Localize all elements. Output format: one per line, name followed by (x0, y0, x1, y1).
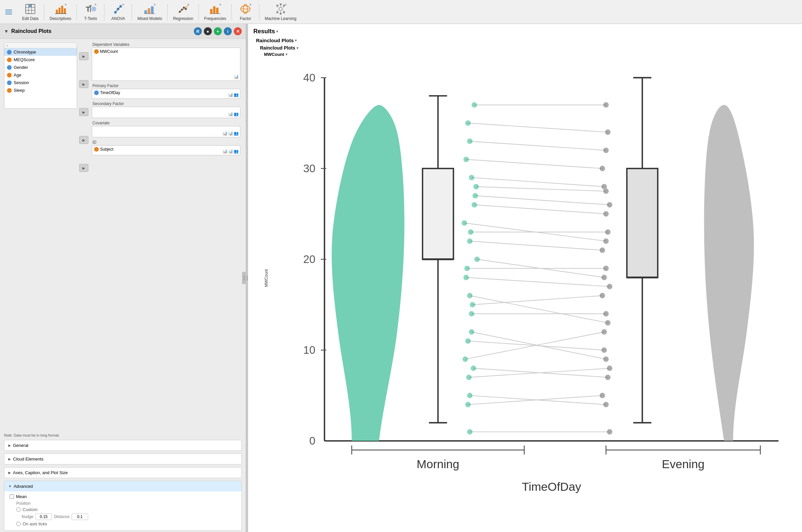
dependent-vars-box[interactable]: MWCount 📊 (92, 48, 241, 81)
section2-arrow[interactable]: ▾ (297, 46, 298, 50)
primary-factor-box[interactable]: TimeOfDay 📊 👥 (92, 89, 241, 99)
cov-icon1[interactable]: 📊 (223, 131, 227, 136)
mean-checkbox[interactable] (9, 494, 14, 499)
prim-icon2[interactable]: 👥 (234, 92, 239, 97)
sec-icon2[interactable]: 👥 (234, 112, 239, 116)
on-axis-radio[interactable] (16, 522, 21, 526)
toolbar-mixed-models[interactable]: Mixed Models (134, 1, 165, 23)
toolbar-machine-learning[interactable]: Machine Learning (261, 1, 300, 23)
dependent-var-mwcount: MWCount (94, 49, 118, 54)
svg-marker-57 (285, 4, 287, 6)
var-item-session[interactable]: Session (4, 79, 77, 87)
var-icon-age (7, 73, 12, 77)
arrow-to-secondary[interactable]: ▶ (79, 108, 89, 116)
results-sub1: Raincloud Plots ▾ (256, 38, 797, 43)
toolbar-factor[interactable]: Factor (234, 1, 257, 23)
svg-rect-35 (210, 9, 212, 14)
add-button[interactable]: + (214, 27, 222, 35)
svg-line-134 (475, 196, 610, 205)
svg-rect-25 (148, 8, 150, 14)
toolbar-frequencies[interactable]: Frequencies (201, 1, 229, 23)
var-icon-session (7, 80, 12, 85)
info-button[interactable]: i (224, 27, 232, 35)
connecting-lines (464, 105, 610, 432)
toolbar-edit-data[interactable]: Edit Data (19, 1, 42, 23)
var-item-sleep[interactable]: Sleep (4, 87, 77, 94)
general-header[interactable]: ▶ General (4, 440, 242, 451)
advanced-section: ▼ Advanced Mean Position Custom Nudge (4, 481, 242, 531)
dep-icon1[interactable]: 📊 (234, 75, 239, 79)
subject-label: Subject (100, 147, 113, 152)
svg-marker-43 (249, 4, 251, 6)
close-button[interactable]: ✕ (234, 27, 242, 35)
toolbar-anova[interactable]: ANOVA (107, 1, 130, 23)
svg-rect-24 (144, 10, 147, 14)
nudge-label: Nudge (22, 514, 33, 519)
nudge-input[interactable] (35, 513, 52, 520)
chart-container: MWCount 40 (264, 59, 797, 496)
svg-rect-36 (213, 6, 215, 14)
results-section3: MWCount (264, 52, 284, 57)
hamburger-menu[interactable] (3, 7, 15, 17)
arrow-to-id[interactable]: ▶ (79, 164, 89, 172)
arrow-to-dependent[interactable]: ▶ (79, 52, 89, 60)
axes-header[interactable]: ▶ Axes, Caption, and Plot Size (4, 468, 242, 478)
advanced-header[interactable]: ▼ Advanced (4, 481, 242, 491)
toolbar-descriptives[interactable]: Descriptives (46, 1, 75, 23)
variable-list: ↕ Chronotype MEQScore Gender (4, 42, 77, 109)
panel-title: Raincloud Plots (11, 28, 52, 34)
id-icon2[interactable]: 📊 (228, 149, 233, 154)
svg-text:0: 0 (309, 435, 315, 447)
axes-arrow: ▶ (8, 471, 11, 474)
results-sub3: MWCount ▾ (264, 52, 797, 57)
raincloud-chart: 40 30 20 10 (270, 59, 797, 495)
toolbar-regression[interactable]: Regression (170, 1, 196, 23)
arrow-to-covariate[interactable]: ▶ (79, 136, 89, 144)
cloud-arrow: ▶ (8, 457, 11, 461)
var-label-age: Age (14, 73, 21, 77)
var-label-gender: Gender (14, 65, 28, 70)
note-text: Note: Data must be in long format. (0, 432, 246, 439)
covariate-box[interactable]: 📊 📊 👥 (92, 126, 241, 137)
toolbar-t-tests[interactable]: T T-Tests (79, 1, 102, 23)
section3-arrow[interactable]: ▾ (286, 53, 287, 56)
distance-label: Distance (54, 514, 70, 519)
svg-rect-8 (61, 6, 63, 14)
custom-radio[interactable] (16, 507, 21, 512)
cov-icon2[interactable]: 📊 (228, 131, 233, 136)
var-item-meqscore[interactable]: MEQScore (4, 56, 77, 63)
var-item-chronotype[interactable]: Chronotype (4, 48, 77, 56)
var-item-age[interactable]: Age (4, 71, 77, 79)
edit-data-label: Edit Data (22, 16, 38, 21)
var-item-gender[interactable]: Gender (4, 63, 77, 71)
general-arrow: ▶ (8, 443, 11, 447)
id-actions: 📊 📊 👥 (223, 149, 239, 154)
morning-violin (332, 105, 405, 441)
module-button[interactable]: ● (204, 27, 212, 35)
results-dropdown-arrow[interactable]: ▾ (276, 30, 278, 33)
section1-arrow[interactable]: ▾ (295, 39, 297, 42)
left-collapse-tab[interactable] (242, 272, 246, 284)
cov-icon3[interactable]: 👥 (234, 131, 239, 136)
svg-text:Evening: Evening (662, 457, 704, 471)
svg-line-142 (465, 332, 604, 359)
subject-icon (94, 147, 99, 152)
secondary-factor-box[interactable]: 📊 👥 (92, 107, 241, 118)
prim-icon1[interactable]: 📊 (228, 92, 233, 97)
id-icon3[interactable]: 👥 (234, 149, 239, 154)
svg-line-124 (472, 177, 604, 187)
r-button[interactable]: R (194, 27, 202, 35)
svg-rect-7 (58, 8, 60, 14)
var-label-chronotype: Chronotype (14, 50, 36, 55)
cloud-elements-header[interactable]: ▶ Cloud Elements (4, 454, 242, 464)
covariate-label: Covariate (92, 121, 241, 125)
nudge-row: Nudge Distance (9, 513, 236, 520)
id-box[interactable]: Subject 📊 📊 👥 (92, 145, 241, 155)
advanced-arrow: ▼ (8, 484, 12, 488)
arrow-to-primary[interactable]: ▶ (79, 80, 89, 88)
distance-input[interactable] (72, 513, 88, 520)
main-container: ▼ Raincloud Plots R ● + i ✕ ↕ C (0, 24, 802, 532)
sec-icon1[interactable]: 📊 (228, 112, 233, 116)
panel-header: ▼ Raincloud Plots R ● + i ✕ (0, 24, 246, 39)
id-icon1[interactable]: 📊 (223, 149, 227, 154)
